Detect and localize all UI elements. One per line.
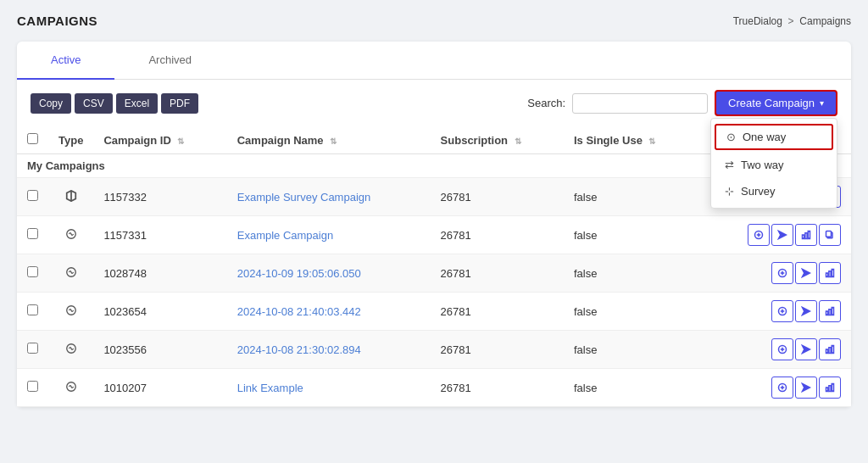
stats-button[interactable] [819,377,841,399]
stats-button[interactable] [795,224,817,246]
svg-rect-42 [829,348,831,354]
send-button[interactable] [795,338,817,360]
main-card: Active Archived Copy CSV Excel PDF Searc… [17,42,851,407]
csv-button[interactable]: CSV [75,93,113,114]
subscription-cell: 26781 [431,178,564,216]
tab-archived[interactable]: Archived [114,42,225,80]
dropdown-label-twoway: Two way [741,159,784,171]
action-cell [698,293,851,331]
svg-rect-41 [826,349,828,354]
clone-button[interactable] [771,338,793,360]
svg-marker-24 [803,270,810,277]
campaign-name-cell[interactable]: Example Campaign [227,216,431,254]
col-single-use: Is Single Use ⇅ [564,126,698,154]
breadcrumb-campaigns: Campaigns [799,15,851,27]
row-checkbox[interactable] [27,228,38,239]
create-campaign-dropdown: ⊙ One way ⇄ Two way ⊹ Survey [710,118,837,209]
row-checkbox[interactable] [27,190,38,201]
row-checkbox-cell [17,293,48,331]
svg-marker-32 [803,308,810,315]
pdf-button[interactable]: PDF [161,93,198,114]
stats-button[interactable] [819,300,841,322]
svg-rect-27 [832,270,833,277]
campaign-name-cell[interactable]: 2024-10-08 21:30:02.894 [227,331,431,369]
row-checkbox[interactable] [27,304,38,315]
svg-rect-25 [826,273,828,277]
survey-icon: ⊹ [725,185,734,198]
copy-button[interactable]: Copy [31,93,71,114]
campaign-name-cell[interactable]: 2024-10-08 21:40:03.442 [227,293,431,331]
svg-rect-50 [829,386,831,392]
campaign-name-cell[interactable]: Link Example [227,369,431,407]
svg-rect-51 [832,384,833,392]
dropdown-item-survey[interactable]: ⊹ Survey [711,178,837,204]
excel-button[interactable]: Excel [116,93,158,114]
breadcrumb: TrueDialog > Campaigns [733,15,851,27]
subscription-cell: 26781 [431,216,564,254]
col-subscription: Subscription ⇅ [431,126,564,154]
svg-rect-35 [832,308,833,315]
send-button[interactable] [771,224,793,246]
row-checkbox[interactable] [27,381,38,392]
dropdown-label-survey: Survey [741,185,775,198]
svg-rect-33 [826,311,828,315]
clone-button[interactable] [748,224,770,246]
send-button[interactable] [795,300,817,322]
col-type: Type [48,126,93,154]
dropdown-item-oneway[interactable]: ⊙ One way [715,124,833,150]
subscription-cell: 26781 [431,254,564,293]
send-button[interactable] [795,262,817,284]
campaign-id-cell: 1028748 [93,254,226,293]
subscription-cell: 26781 [431,331,564,369]
single-use-cell: false [564,254,698,293]
single-use-cell: false [564,369,698,407]
stats-button[interactable] [819,338,841,360]
select-all-checkbox[interactable] [27,133,38,144]
table-row: 1010207 Link Example 26781 false [17,369,851,407]
send-button[interactable] [795,377,817,399]
search-label: Search: [527,97,565,109]
svg-rect-15 [803,235,804,239]
tabs-bar: Active Archived [17,42,851,80]
row-checkbox[interactable] [27,343,38,354]
clone-button[interactable] [771,300,793,322]
campaign-name-cell[interactable]: 2024-10-09 19:05:06.050 [227,254,431,293]
create-campaign-button[interactable]: Create Campaign ▾ [715,90,837,116]
campaign-id-cell: 1157332 [93,178,226,216]
survey-type-icon [65,192,77,204]
campaign-name-cell[interactable]: Example Survey Campaign [227,178,431,216]
copy-button[interactable] [819,224,841,246]
type-cell [48,178,93,216]
col-campaign-id: Campaign ID ⇅ [93,126,226,154]
oneway-type-icon [65,268,77,281]
oneway-type-icon [65,306,77,319]
type-cell [48,254,93,293]
type-cell [48,216,93,254]
create-campaign-wrapper: Create Campaign ▾ ⊙ One way ⇄ Two way [715,90,837,116]
dropdown-label-oneway: One way [743,131,786,143]
stats-button[interactable] [819,262,841,284]
svg-marker-40 [803,346,810,354]
clone-button[interactable] [771,262,793,284]
row-checkbox-cell [17,216,48,254]
type-cell [48,331,93,369]
oneway-type-icon [65,230,77,243]
chevron-down-icon: ▾ [820,98,824,108]
single-use-cell: false [564,178,698,216]
action-cell [698,254,851,293]
subscription-cell: 26781 [431,293,564,331]
action-cell [698,216,851,254]
table-row: 1023654 2024-10-08 21:40:03.442 26781 fa… [17,293,851,331]
action-cell [698,369,851,407]
row-checkbox[interactable] [27,266,38,277]
search-area: Search: Create Campaign ▾ ⊙ One way [527,90,837,116]
svg-rect-16 [805,233,807,239]
tab-active[interactable]: Active [17,42,114,80]
twoway-icon: ⇄ [725,159,734,171]
row-checkbox-cell [17,254,48,293]
search-input[interactable] [572,93,708,114]
clone-button[interactable] [771,377,793,399]
table-row: 1157331 Example Campaign 26781 false [17,216,851,254]
svg-rect-26 [829,271,831,277]
dropdown-item-twoway[interactable]: ⇄ Two way [711,152,837,178]
